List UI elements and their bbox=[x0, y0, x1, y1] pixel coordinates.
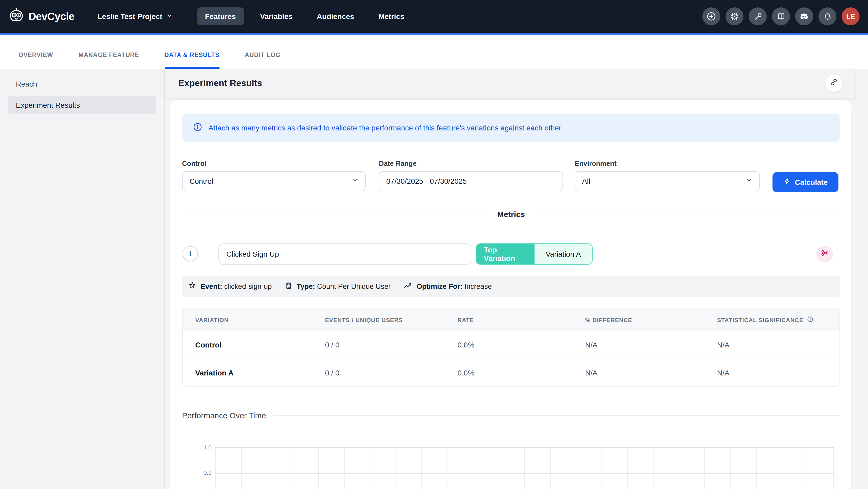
metric-name-input[interactable] bbox=[218, 243, 471, 265]
row-significance: N/A bbox=[717, 368, 839, 377]
control-select[interactable]: Control bbox=[182, 171, 366, 191]
metric-meta-bar: Event: clicked-sign-up Type: Count Per U… bbox=[182, 276, 840, 297]
key-icon bbox=[753, 11, 763, 21]
row-rate: 0.0% bbox=[458, 368, 585, 377]
info-icon[interactable] bbox=[807, 316, 813, 324]
environment-filter: Environment All bbox=[575, 160, 760, 191]
y-axis-tick-2: 0.9 bbox=[198, 469, 212, 476]
performance-section-header: Performance Over Time bbox=[182, 411, 840, 420]
nav-item-metrics[interactable]: Metrics bbox=[370, 7, 413, 25]
tab-manage-feature[interactable]: MANAGE FEATURE bbox=[79, 52, 139, 69]
app-window: DevCycle Leslie Test Project Features Va… bbox=[0, 0, 868, 489]
event-value: clicked-sign-up bbox=[224, 282, 272, 290]
environment-label: Environment bbox=[575, 160, 760, 167]
divider-line bbox=[532, 214, 840, 214]
col-rate: RATE bbox=[458, 317, 585, 323]
project-selector[interactable]: Leslie Test Project bbox=[98, 12, 172, 21]
divider-line bbox=[182, 214, 490, 214]
feature-tabs: OVERVIEW MANAGE FEATURE DATA & RESULTS A… bbox=[0, 35, 868, 69]
copy-link-button[interactable] bbox=[825, 75, 843, 92]
tab-overview[interactable]: OVERVIEW bbox=[19, 52, 53, 69]
discord-icon bbox=[799, 11, 809, 22]
nav-item-variables[interactable]: Variables bbox=[252, 7, 301, 25]
results-table: VARIATION EVENTS / UNIQUE USERS RATE % D… bbox=[182, 308, 840, 386]
metrics-divider: Metrics bbox=[182, 210, 840, 219]
trending-up-icon bbox=[403, 281, 413, 292]
type-label: Type: bbox=[297, 282, 315, 290]
top-icon-buttons: ⚙ LE bbox=[702, 0, 860, 33]
chevron-down-icon bbox=[351, 177, 358, 185]
tab-data-and-results[interactable]: DATA & RESULTS bbox=[164, 52, 219, 69]
row-variation: Variation A bbox=[195, 368, 325, 377]
nav-item-features[interactable]: Features bbox=[196, 7, 244, 25]
devcycle-logo[interactable]: DevCycle bbox=[8, 7, 74, 25]
row-difference: N/A bbox=[585, 341, 717, 349]
calculate-button[interactable]: Calculate bbox=[773, 172, 838, 192]
control-label: Control bbox=[182, 160, 366, 167]
control-select-value: Control bbox=[189, 177, 213, 185]
brand-name: DevCycle bbox=[29, 10, 74, 23]
date-range-label: Date Range bbox=[379, 160, 563, 167]
user-avatar[interactable]: LE bbox=[842, 7, 860, 25]
row-variation: Control bbox=[195, 341, 325, 349]
chevron-down-icon bbox=[166, 12, 172, 21]
optimize-for-value: Increase bbox=[464, 282, 492, 290]
scissors-icon bbox=[820, 248, 830, 260]
results-sidebar: Reach Experiment Results bbox=[0, 69, 165, 489]
divider-line bbox=[273, 415, 840, 415]
row-significance: N/A bbox=[717, 341, 839, 349]
api-keys-button[interactable] bbox=[749, 7, 767, 25]
environment-select[interactable]: All bbox=[575, 171, 760, 191]
metrics-heading: Metrics bbox=[497, 210, 525, 219]
project-selector-label: Leslie Test Project bbox=[98, 12, 162, 21]
open-book-icon bbox=[776, 11, 786, 21]
star-icon bbox=[188, 281, 197, 291]
performance-title: Performance Over Time bbox=[182, 411, 266, 420]
calculate-button-label: Calculate bbox=[795, 178, 828, 186]
discord-button[interactable] bbox=[795, 7, 813, 25]
date-range-input[interactable]: 07/30/2025 - 07/30/2025 bbox=[379, 171, 563, 191]
metric-type: Type: Count Per Unique User bbox=[284, 281, 391, 291]
row-events: 0 / 0 bbox=[325, 368, 458, 377]
nav-item-audiences[interactable]: Audiences bbox=[308, 7, 363, 25]
devcycle-robot-icon bbox=[8, 7, 25, 25]
metric-optimize-for: Optimize For: Increase bbox=[403, 281, 492, 292]
col-events-unique-users: EVENTS / UNIQUE USERS bbox=[325, 317, 458, 323]
row-events: 0 / 0 bbox=[325, 341, 458, 349]
row-rate: 0.0% bbox=[458, 341, 585, 349]
page-title: Experiment Results bbox=[178, 78, 262, 89]
col-statistical-significance-label: STATISTICAL SIGNIFICANCE bbox=[717, 317, 803, 323]
top-navigation-bar: DevCycle Leslie Test Project Features Va… bbox=[0, 0, 868, 33]
remove-metric-button[interactable] bbox=[816, 246, 833, 262]
calculator-icon bbox=[284, 281, 293, 291]
results-table-header: VARIATION EVENTS / UNIQUE USERS RATE % D… bbox=[183, 308, 839, 331]
chart-plot-area bbox=[215, 447, 834, 489]
link-icon bbox=[830, 78, 838, 89]
table-row-variation-a: Variation A 0 / 0 0.0% N/A N/A bbox=[183, 358, 839, 386]
sidebar-item-reach[interactable]: Reach bbox=[8, 75, 156, 93]
metric-index-badge: 1 bbox=[183, 246, 198, 261]
environment-select-value: All bbox=[582, 177, 590, 185]
col-statistical-significance: STATISTICAL SIGNIFICANCE bbox=[717, 316, 839, 324]
tab-audit-log[interactable]: AUDIT LOG bbox=[245, 52, 281, 69]
notifications-button[interactable] bbox=[818, 7, 836, 25]
col-variation: VARIATION bbox=[195, 317, 325, 323]
bell-icon bbox=[823, 11, 832, 21]
gear-icon: ⚙ bbox=[730, 11, 739, 21]
add-circle-button[interactable] bbox=[702, 7, 720, 25]
sidebar-item-experiment-results[interactable]: Experiment Results bbox=[8, 96, 156, 114]
page-header: Experiment Results bbox=[165, 69, 855, 98]
plus-circle-icon bbox=[706, 11, 717, 22]
chevron-down-icon bbox=[746, 177, 752, 185]
col-percent-difference: % DIFFERENCE bbox=[585, 317, 717, 323]
metric-row: 1 Top Variation Variation A bbox=[182, 243, 840, 265]
docs-button[interactable] bbox=[772, 7, 790, 25]
toggle-variation-a[interactable]: Variation A bbox=[534, 244, 592, 264]
settings-button[interactable]: ⚙ bbox=[725, 7, 743, 25]
info-icon bbox=[193, 122, 203, 134]
primary-nav: Features Variables Audiences Metrics bbox=[196, 7, 413, 25]
date-range-filter: Date Range 07/30/2025 - 07/30/2025 bbox=[379, 160, 563, 191]
info-banner: Attach as many metrics as desired to val… bbox=[182, 114, 840, 142]
toggle-top-variation[interactable]: Top Variation bbox=[476, 244, 534, 264]
lightning-bolt-icon bbox=[783, 177, 791, 187]
